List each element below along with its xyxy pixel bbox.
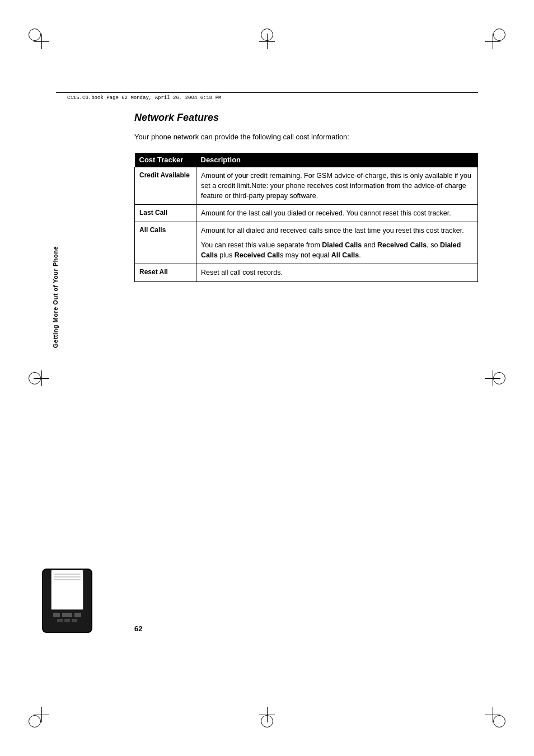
header-file-text: C115.CG.book Page 62 Monday, April 26, 2… xyxy=(67,95,221,101)
table-row: All Calls Amount for all dialed and rece… xyxy=(135,222,478,264)
intro-paragraph: Your phone network can provide the follo… xyxy=(134,132,478,143)
page-number: 62 xyxy=(134,624,142,633)
bold-all-calls: All Calls xyxy=(331,251,359,259)
cost-tracker-table: Cost Tracker Description Credit Availabl… xyxy=(134,153,478,282)
main-content: Network Features Your phone network can … xyxy=(134,112,478,282)
page-title: Network Features xyxy=(134,112,478,124)
reg-circle-tl xyxy=(29,29,41,41)
reg-circle-mid-bottom xyxy=(261,715,273,727)
col-header-description: Description xyxy=(196,153,478,167)
bold-received-calls-1: Received Calls xyxy=(377,241,427,249)
reg-circle-mid-top xyxy=(261,29,273,41)
sidebar-label: Getting More Out of Your Phone xyxy=(52,246,63,348)
tracker-all-calls: All Calls xyxy=(135,222,196,264)
reg-circle-mid-right xyxy=(493,372,505,384)
reg-circle-bl xyxy=(29,715,41,727)
table-row: Last Call Amount for the last call you d… xyxy=(135,204,478,222)
phone-illustration xyxy=(42,569,92,633)
tracker-credit-available: Credit Available xyxy=(135,167,196,204)
bold-received-calls-2: Received Call xyxy=(235,251,280,259)
desc-all-calls: Amount for all dialed and received calls… xyxy=(196,222,478,264)
tracker-last-call: Last Call xyxy=(135,204,196,222)
desc-credit-available: Amount of your credit remaining. For GSM… xyxy=(196,167,478,204)
table-row: Credit Available Amount of your credit r… xyxy=(135,167,478,204)
phone-screen xyxy=(51,570,83,610)
desc-last-call: Amount for the last call you dialed or r… xyxy=(196,204,478,222)
col-header-tracker: Cost Tracker xyxy=(135,153,196,167)
header-rule xyxy=(56,92,478,93)
bold-dialed-calls-1: Dialed Calls xyxy=(322,241,362,249)
table-row: Reset All Reset all call cost records. xyxy=(135,264,478,281)
desc-reset-all: Reset all call cost records. xyxy=(196,264,478,281)
reg-circle-br xyxy=(493,715,505,727)
tracker-reset-all: Reset All xyxy=(135,264,196,281)
reg-circle-tr xyxy=(493,29,505,41)
reg-circle-mid-left xyxy=(29,372,41,384)
